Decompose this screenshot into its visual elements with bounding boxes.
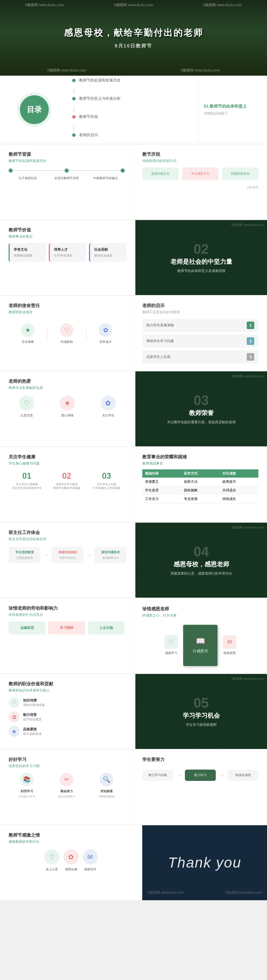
slide-1-hero: K酷图网 www.ikutu.com K酷图网 www.ikutu.com K酷… xyxy=(0,0,267,76)
s10-item-1: ✿ 能力培育 提升综合素质 xyxy=(9,711,126,722)
s8-step-0: 学生思想教育 注重品德培养 xyxy=(9,547,41,563)
wm-top-3: K酷图网 www.ikutu.com xyxy=(203,3,242,8)
s7-col-1: 应对方式 xyxy=(181,469,220,477)
table-row: 资源匮乏 创新方法 效果提升 xyxy=(142,477,258,486)
s5-right-sub: 教师不仅是知识的传授者 xyxy=(142,310,258,315)
s3-left-item-2: 中国教师节的确立 xyxy=(86,176,125,181)
s3-left-item-1: 近现代教师节演变 xyxy=(48,176,86,181)
s11-item-0: 📚 刻苦学习 专注投入学习 xyxy=(9,773,45,799)
s12-item-2: ✉ 感谢信件 xyxy=(83,850,98,872)
s7-col-2: 付出成效 xyxy=(219,469,258,477)
toc-item-4: 老师的启示 xyxy=(72,132,188,138)
s5-left-title: 老师的使命责任 xyxy=(9,302,125,309)
thankyou-text: Thank you xyxy=(168,854,241,871)
s5-right-title: 老师的启示 xyxy=(142,302,258,309)
s7-col-0: 挑战内容 xyxy=(142,469,181,477)
s8-left-sub: 班主任年度总结征稿合作 xyxy=(9,537,126,542)
watermark-3: K酷图网 www.ikutu.com xyxy=(205,0,247,1)
s7-stat-2: 03 关注学生人生观 引导积极向上的价值观 xyxy=(88,471,125,490)
s8-step-1: 班级活动组织 丰富学生生活 xyxy=(52,547,84,563)
s9-left-label: ♡ 感谢学习 xyxy=(164,635,178,655)
slide-8: 班主任工作体会 班主任年度总结征稿合作 学生思想教育 注重品德培养 → 班级活动… xyxy=(0,523,267,598)
s10-left-sub: 教师把知识传承者和引路人 xyxy=(9,688,126,693)
slide-10: 教师的职业价值和贡献 教师把知识传承者和引路人 ♡ 知识传授 系统全面地传递 ✿… xyxy=(0,674,267,749)
slide-7: 关注学生健康 学生身心健康与问题 01 关心学生心理健康 关注并支持有需求的学生… xyxy=(0,447,267,523)
s7-left-sub: 学生身心健康与问题 xyxy=(9,461,125,466)
s9-right-sub: 怀感恩之心，行为为善 xyxy=(142,613,176,618)
s6-section-num: 03 xyxy=(194,393,209,407)
s3-right-card-0: 送花问候之礼 xyxy=(142,167,179,180)
s6-left-item-2: ✿ 关注学生 xyxy=(90,395,126,418)
watermark-1: K酷图网 www.ikutu.com xyxy=(20,0,62,1)
s11-item-1: ✏ 勤奋努力 持之以恒努力 xyxy=(48,773,85,799)
s9-card-2: 人生引路 xyxy=(88,621,125,635)
s5-left-sub: 教师的职业使命 xyxy=(9,310,125,315)
s6-left-item-0: ♡ 认真负责 xyxy=(9,395,45,418)
s12-item-1: ✿ 感恩礼物 xyxy=(64,850,79,872)
slide-2-toc: 目录 教师节的起源和发展历史 教师节的意义与价值分析 教师节庆祝 xyxy=(0,76,267,145)
slide-5: 老师的使命责任 教师的职业使命 ★ 言传身教 ♡ 内涵影响 ✿ 培养成才 老师的… xyxy=(0,296,267,371)
toc-item-2: 教师节的意义与价值分析 xyxy=(72,96,188,101)
s4-card-1: 培养人才 引导学生成长 xyxy=(49,243,86,262)
s8-section-title: 感恩母校，感恩老师 xyxy=(173,560,229,568)
s4-card-0: 学有文化 传授知识技能 xyxy=(9,243,46,262)
s11-right-title: 学生要努力 xyxy=(142,756,258,763)
slide-12: 教师节感激之情 感激教师的辛勤付出 ♡ 送上心意 ✿ 感恩礼物 ✉ 感谢信件 T… xyxy=(0,825,267,901)
s8-left-title: 班主任工作体会 xyxy=(9,530,126,536)
s4-section-title: 老师是社会的中坚力量 xyxy=(170,258,232,266)
s11-flow-1: 努力学习 xyxy=(185,770,216,781)
s8-section-num: 04 xyxy=(194,545,209,558)
s3-left-sub: 教师节的起源和发展历史 xyxy=(9,159,125,163)
s9-right-label: ✉ 致谢师恩 xyxy=(222,635,237,655)
s3-left-item-0: 孔子诞辰纪念 xyxy=(9,176,48,181)
s3-right-card-2: 班级庆典活动 xyxy=(222,167,258,180)
s7-stat-1: 02 改善学生学习困境 帮助学生解决学业困难 xyxy=(48,471,85,490)
toc-circle: 目录 xyxy=(17,92,52,127)
s8-step-2: 家校沟通协作 形成教育合力 xyxy=(94,547,126,563)
slide-1-title: 感恩母校，献给辛勤付出的老师 xyxy=(64,27,203,39)
s6-left-item-1: ★ 爱心师德 xyxy=(49,395,86,418)
slide-4: 教师节价值 教师事业的基石 学有文化 传授知识技能 培养人才 引导学生成长 社会… xyxy=(0,220,267,296)
s5-right-item-0: 助力学生发展潜能 1 xyxy=(142,319,258,332)
s10-item-0: ♡ 知识传授 系统全面地传递 xyxy=(9,697,126,708)
s9-card-1: 学习榜样 xyxy=(48,621,85,635)
table-row: 工作压力 专业发展 持续成长 xyxy=(142,495,258,503)
s8-section-sub: 用最真挚的心意，感谢老师们的辛苦付出 xyxy=(170,571,232,576)
s9-center-book: 📖 行感恩书 xyxy=(183,625,218,666)
s6-left-title: 老师的热爱 xyxy=(9,378,126,385)
toc-item-3: 教师节庆祝 xyxy=(72,114,188,119)
slide-6: 老师的热爱 教师无无私奉献的化身 ♡ 认真负责 ★ 爱心师德 ✿ 关注学生 03… xyxy=(0,371,267,447)
s7-left-title: 关注学生健康 xyxy=(9,454,125,460)
slide-9: 珍惜老师的劳动和影响力 珍惜老师的行为示范点 品德风范 学习榜样 人生引路 珍惜… xyxy=(0,598,267,674)
s4-section-num: 02 xyxy=(194,242,209,256)
toc-label: 目录 xyxy=(27,105,42,115)
s10-item-2: ★ 品格塑造 助力品格形成 xyxy=(9,726,126,737)
s12-left-sub: 感激教师的辛勤付出 xyxy=(9,839,134,844)
s6-left-sub: 教师无无私奉献的化身 xyxy=(9,385,126,390)
s5-right-item-2: 启发学生人生观 3 xyxy=(142,350,258,363)
s3-watermark: K酷图网 xyxy=(142,185,258,190)
s3-right-title: 教节庆祝 xyxy=(142,151,258,158)
s12-item-0: ♡ 送上心意 xyxy=(44,850,59,872)
s7-stat-0: 01 关心学生心理健康 关注并支持有需求的学生 xyxy=(9,471,45,490)
s3-left-title: 教师节背源 xyxy=(9,151,125,158)
wm-bot-2: K酷图网 www.ikutu.com xyxy=(181,68,219,73)
s5-right-item-1: 帮助学生学习问题 2 xyxy=(142,334,258,348)
wm-bot-1: K酷图网 www.ikutu.com xyxy=(48,68,86,73)
table-row: 学生差异 因材施教 共同进步 xyxy=(142,486,258,495)
toc-item-1: 教师节的起源和发展历史 xyxy=(72,78,188,83)
s10-section-sub: 学生学习获得新视野 xyxy=(186,722,217,727)
s3-right-card-1: 学生感恩卡片 xyxy=(182,167,219,180)
s12-left-title: 教师节感激之情 xyxy=(9,832,134,838)
wm-top-1: K酷图网 www.ikutu.com xyxy=(25,3,64,8)
s9-left-title: 珍惜老师的劳动和影响力 xyxy=(9,605,125,611)
slide-11: 好好学习 培养良好的学习习惯 📚 刻苦学习 专注投入学习 ✏ 勤奋努力 持之以恒… xyxy=(0,749,267,825)
s10-left-title: 教师的职业价值和贡献 xyxy=(9,681,126,687)
slide-1-subtitle: 9月10日教师节 xyxy=(64,43,203,49)
s11-item-2: 🔍 求知探索 不断探索新知 xyxy=(88,773,125,799)
wm-top-2: K酷图网 www.ikutu.com xyxy=(114,3,153,8)
s9-card-0: 品德风范 xyxy=(9,621,45,635)
s4-card-2: 社会贡献 推动社会进步 xyxy=(89,243,126,262)
section-label-sub: 传授知识的园丁 xyxy=(204,111,262,116)
s11-left-title: 好好学习 xyxy=(9,756,125,763)
